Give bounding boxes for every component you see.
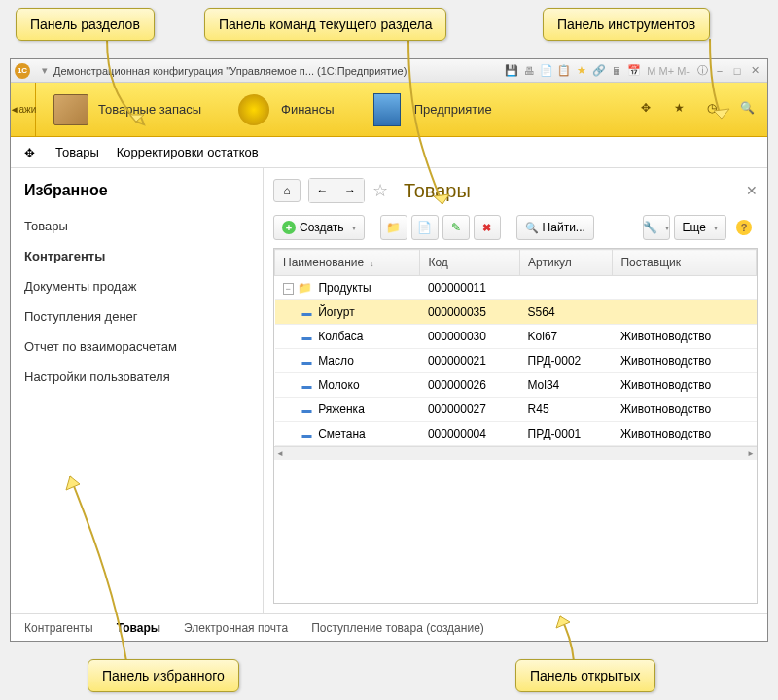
sort-icon: ↓ bbox=[370, 259, 374, 268]
favorite-item[interactable]: Контрагенты bbox=[11, 241, 263, 271]
table-row[interactable]: ▬ Сметана000000004ПРД-0001Животноводство bbox=[275, 422, 757, 446]
pointer-favorites bbox=[58, 467, 136, 661]
help-icon: ? bbox=[736, 220, 752, 235]
favorite-item[interactable]: Товары bbox=[11, 211, 263, 241]
delete-button[interactable]: ✖ bbox=[474, 215, 501, 240]
table-row[interactable]: ▬ Молоко000000026Mol34Животноводство bbox=[275, 373, 757, 398]
favorite-item[interactable]: Настройки пользователя bbox=[11, 362, 263, 392]
favorites-title: Избранное bbox=[11, 182, 263, 211]
open-tab[interactable]: Поступление товара (создание) bbox=[311, 621, 484, 635]
folder-icon: 📁 bbox=[298, 281, 312, 295]
col-supplier[interactable]: Поставщик bbox=[613, 250, 757, 276]
home-button[interactable]: ⌂ bbox=[273, 179, 301, 202]
main-header: ⌂ ← → ☆ Товары ✕ bbox=[273, 178, 758, 203]
item-icon: ▬ bbox=[302, 356, 312, 367]
table-row[interactable]: ▬ Колбаса000000030Kol67Животноводство bbox=[275, 325, 757, 349]
svg-marker-2 bbox=[714, 109, 729, 119]
section-label: Финансы bbox=[281, 102, 335, 117]
save-icon[interactable]: 💾 bbox=[504, 63, 519, 79]
magnifier-icon: 🔍 bbox=[525, 222, 539, 234]
more-button[interactable]: Еще bbox=[674, 215, 726, 240]
dropdown-icon[interactable]: ▾ bbox=[37, 63, 53, 79]
calendar-icon[interactable]: 📅 bbox=[626, 63, 642, 79]
callout-sections: Панель разделов bbox=[16, 8, 155, 41]
table-row[interactable]: ▬ Ряженка000000027R45Животноводство bbox=[275, 398, 757, 422]
pointer-sections bbox=[97, 39, 156, 126]
star-outline-icon[interactable]: ☆ bbox=[372, 180, 388, 201]
favorite-item[interactable]: Документы продаж bbox=[11, 271, 263, 301]
main-toolbar: +Создать 📁 📄 ✎ ✖ 🔍Найти... 🔧 Еще ? bbox=[273, 215, 758, 240]
favorite-item[interactable]: Отчет по взаиморасчетам bbox=[11, 332, 263, 362]
pencil-icon: ✎ bbox=[451, 221, 461, 234]
doc-icon[interactable]: 📄 bbox=[539, 63, 554, 79]
copy-button[interactable]: 📄 bbox=[411, 215, 439, 240]
pointer-commands bbox=[389, 39, 467, 214]
main-content: ⌂ ← → ☆ Товары ✕ +Создать 📁 📄 ✎ ✖ 🔍Найти… bbox=[264, 168, 767, 613]
print-icon[interactable]: 🖶 bbox=[521, 63, 537, 79]
link-icon[interactable]: 🔗 bbox=[591, 63, 607, 79]
cmd-item[interactable]: Корректировки остатков bbox=[117, 145, 259, 159]
back-button[interactable]: ← bbox=[309, 179, 336, 202]
col-name[interactable]: Наименование↓ bbox=[275, 250, 420, 276]
move-small-icon[interactable]: ✥ bbox=[24, 146, 38, 159]
find-button[interactable]: 🔍Найти... bbox=[516, 215, 594, 240]
item-icon: ▬ bbox=[302, 429, 312, 439]
close-window-icon[interactable]: ✕ bbox=[747, 63, 762, 79]
favorite-item[interactable]: Поступления денег bbox=[11, 301, 263, 332]
svg-marker-1 bbox=[434, 194, 449, 204]
pointer-open bbox=[554, 612, 603, 661]
move-icon[interactable]: ✥ bbox=[641, 101, 658, 119]
item-icon: ▬ bbox=[302, 332, 312, 342]
data-table: Наименование↓ Код Артикул Поставщик −📁 П… bbox=[274, 249, 757, 446]
help-button[interactable]: ? bbox=[730, 215, 758, 240]
svg-marker-4 bbox=[556, 616, 570, 628]
wrench-icon: 🔧 bbox=[643, 221, 657, 234]
edit-button[interactable]: ✎ bbox=[442, 215, 470, 240]
cmd-item[interactable]: Товары bbox=[55, 145, 99, 159]
favorite-icon[interactable]: ★ bbox=[674, 101, 691, 119]
item-icon: ▬ bbox=[302, 307, 312, 318]
col-sku[interactable]: Артикул bbox=[520, 250, 613, 276]
open-tab[interactable]: Электронная почта bbox=[184, 621, 288, 635]
memory-group[interactable]: M M+ M- bbox=[647, 65, 690, 77]
money-icon bbox=[238, 94, 269, 125]
svg-marker-3 bbox=[66, 476, 80, 490]
create-button[interactable]: +Создать bbox=[273, 215, 365, 240]
app-logo: 1С bbox=[15, 63, 30, 79]
box-icon bbox=[53, 94, 88, 125]
add-folder-button[interactable]: 📁 bbox=[380, 215, 407, 240]
callout-commands: Панель команд текущего раздела bbox=[204, 8, 446, 41]
search-icon[interactable]: 🔍 bbox=[740, 101, 758, 119]
horizontal-scrollbar[interactable] bbox=[274, 446, 757, 460]
pointer-tools bbox=[700, 39, 739, 126]
calc-icon[interactable]: 🖩 bbox=[609, 63, 624, 79]
sections-nav-prev[interactable]: ◄ ажи bbox=[11, 83, 36, 137]
settings-button[interactable]: 🔧 bbox=[643, 215, 670, 240]
collapse-icon[interactable]: − bbox=[283, 283, 294, 295]
section-finance[interactable]: Финансы bbox=[219, 83, 352, 137]
table-row[interactable]: ▬ Масло000000021ПРД-0002Животноводство bbox=[275, 349, 757, 373]
table-container: Наименование↓ Код Артикул Поставщик −📁 П… bbox=[273, 248, 758, 604]
star-icon[interactable]: ★ bbox=[574, 63, 589, 79]
callout-open: Панель открытых bbox=[515, 659, 655, 692]
callout-favorites: Панель избранного bbox=[88, 659, 239, 692]
forward-button[interactable]: → bbox=[336, 179, 364, 202]
callout-tools: Панель инструментов bbox=[543, 8, 710, 41]
item-icon: ▬ bbox=[302, 380, 312, 391]
plus-icon: + bbox=[282, 221, 296, 234]
x-icon: ✖ bbox=[482, 222, 491, 234]
item-icon: ▬ bbox=[302, 404, 312, 415]
close-page-icon[interactable]: ✕ bbox=[746, 183, 758, 198]
col-code[interactable]: Код bbox=[420, 250, 520, 276]
favorites-panel: Избранное ТоварыКонтрагентыДокументы про… bbox=[11, 168, 264, 613]
table-row[interactable]: −📁 Продукты000000011 bbox=[275, 276, 757, 300]
copy-icon[interactable]: 📋 bbox=[556, 63, 572, 79]
table-row[interactable]: ▬ Йогурт000000035S564 bbox=[275, 300, 757, 325]
